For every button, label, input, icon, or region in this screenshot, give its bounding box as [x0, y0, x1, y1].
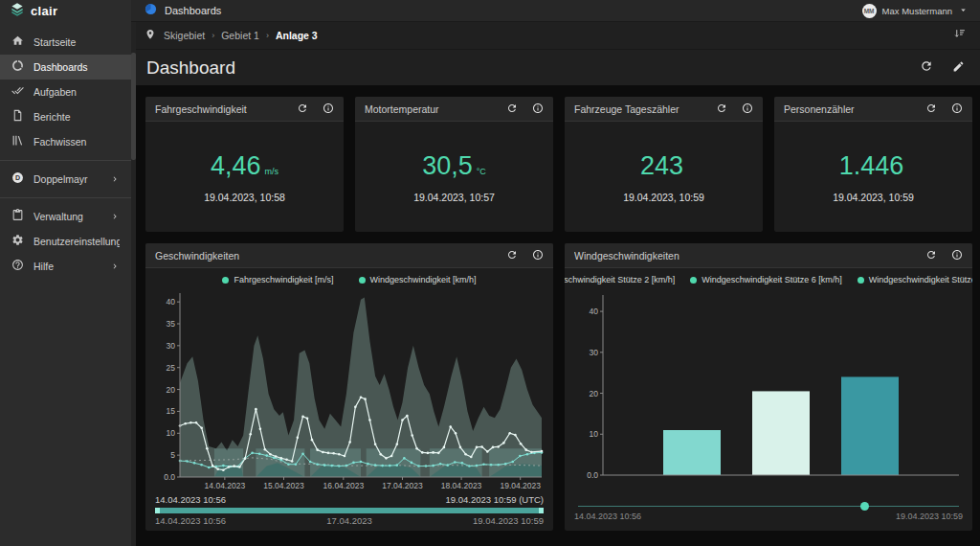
range-start: 14.04.2023 10:56 [155, 494, 226, 507]
sidebar-item-doppelmayr[interactable]: D Doppelmayr [0, 167, 131, 192]
topbar: Dashboards MM Max Mustermann [131, 0, 980, 22]
card-title: Fahrgeschwindigkeit [155, 103, 297, 115]
legend-dot-icon [359, 277, 366, 284]
stat-value: 1.446 [839, 151, 908, 181]
breadcrumb-item-current[interactable]: Anlage 3 [276, 30, 318, 41]
svg-text:25: 25 [167, 363, 176, 373]
info-icon[interactable] [951, 101, 963, 118]
legend-dot-icon [222, 277, 229, 284]
chart-range-row: 14.04.2023 10:56 19.04.2023 10:59 (UTC) [153, 494, 546, 507]
sidebar-item-fachwissen[interactable]: Fachwissen [0, 129, 131, 154]
refresh-icon[interactable] [925, 247, 937, 264]
brand-logo[interactable]: clair [0, 0, 131, 22]
sidebar-item-benutzereinstellungen[interactable]: Benutzereinstellungen [0, 229, 131, 254]
slider-labels: 14.04.2023 10:56 17.04.2023 19.04.2023 1… [153, 515, 546, 527]
stat-timestamp: 19.04.2023, 10:58 [204, 192, 285, 203]
stat-cards-row: Fahrgeschwindigkeit 4,46m/s 19.04.2023, … [145, 97, 972, 232]
sidebar-item-hilfe[interactable]: Hilfe [0, 254, 131, 279]
sidebar-item-startseite[interactable]: Startseite [0, 30, 131, 55]
info-icon[interactable] [951, 247, 963, 264]
page-title: Dashboard [146, 57, 235, 79]
info-icon[interactable] [742, 101, 753, 118]
stat-unit: °C [477, 167, 486, 176]
sidebar-item-berichte[interactable]: Berichte [0, 104, 131, 129]
svg-text:0.0: 0.0 [587, 470, 598, 480]
svg-text:40: 40 [167, 297, 176, 307]
svg-text:15: 15 [167, 406, 176, 416]
refresh-icon[interactable] [925, 101, 937, 118]
chart-footer: 14.04.2023 10:56 19.04.2023 10:59 [572, 512, 965, 523]
card-title: Fahrzeuge Tageszähler [574, 103, 716, 115]
slider-label-center: 17.04.2023 [326, 515, 372, 527]
double-check-icon [11, 83, 24, 101]
legend-item[interactable]: Windgeschwindigkeit Stütze 13 [km/h] [858, 275, 972, 284]
edit-pencil-icon[interactable] [952, 59, 965, 77]
stat-timestamp: 19.04.2023, 10:59 [833, 192, 914, 203]
geschwindigkeiten-chart[interactable]: 0.051015202530354014.04.202315.04.202316… [153, 287, 546, 494]
svg-text:10: 10 [590, 429, 599, 439]
breadcrumb-bar: Skigebiet › Gebiet 1 › Anlage 3 [131, 22, 980, 50]
sidebar-item-aufgaben[interactable]: Aufgaben [0, 80, 131, 104]
legend-item[interactable]: Windgeschwindigkeit Stütze 6 [km/h] [690, 275, 842, 284]
svg-text:14.04.2023: 14.04.2023 [205, 481, 246, 490]
nav-divider [0, 160, 131, 161]
refresh-icon[interactable] [297, 101, 308, 118]
windgeschwindigkeiten-chart[interactable]: 0.010203040 [572, 287, 965, 500]
legend-item[interactable]: Windgeschwindigkeit Stütze 2 [km/h] [565, 275, 675, 284]
clipboard-icon [11, 208, 24, 225]
info-icon[interactable] [532, 101, 544, 118]
gear-icon [11, 233, 24, 250]
slider-track [578, 506, 959, 507]
breadcrumb-separator: › [266, 31, 269, 40]
breadcrumb-item[interactable]: Skigebiet [164, 30, 205, 41]
page-header: Dashboard [131, 50, 980, 85]
legend-item[interactable]: Fahrgeschwindigkeit [m/s] [222, 275, 333, 284]
footer-end: 19.04.2023 10:59 [896, 512, 963, 523]
info-icon[interactable] [323, 101, 334, 118]
dashboard-content: Fahrgeschwindigkeit 4,46m/s 19.04.2023, … [131, 85, 980, 546]
chevron-right-icon [110, 258, 120, 275]
time-range-slider[interactable] [155, 508, 544, 513]
slider-label-right: 19.04.2023 10:59 [473, 515, 544, 527]
chart-legend: Windgeschwindigkeit Stütze 2 [km/h] Wind… [572, 272, 965, 287]
caret-down-icon [958, 2, 969, 19]
windgeschwindigkeiten-chart-card: Windgeschwindigkeiten Windgeschwindigkei… [565, 243, 972, 531]
slider-handle-left[interactable] [155, 508, 160, 513]
card-title: Personenzähler [784, 103, 925, 115]
sidebar-item-dashboards[interactable]: Dashboards [0, 55, 131, 80]
geschwindigkeiten-chart-card: Geschwindigkeiten Fahrgeschwindigkeit [m… [145, 243, 553, 531]
legend-item[interactable]: Windgeschwindigkeit [km/h] [359, 275, 477, 284]
svg-text:10: 10 [167, 428, 176, 438]
svg-text:0.0: 0.0 [164, 472, 175, 482]
stat-card-personenzaehler: Personenzähler 1.446 19.04.2023, 10:59 [774, 97, 972, 232]
user-name: Max Mustermann [882, 6, 952, 16]
bar-chart-slider[interactable] [578, 502, 959, 512]
content-scrollbar[interactable] [131, 22, 136, 546]
avatar: MM [862, 4, 877, 18]
breadcrumb-item[interactable]: Gebiet 1 [221, 30, 259, 41]
scrollbar-thumb[interactable] [131, 53, 136, 160]
refresh-icon[interactable] [716, 101, 727, 118]
refresh-icon[interactable] [506, 101, 518, 118]
svg-text:16.04.2023: 16.04.2023 [323, 481, 365, 490]
card-title: Windgeschwindigkeiten [574, 250, 925, 262]
breadcrumb: Skigebiet › Gebiet 1 › Anlage 3 [164, 30, 318, 41]
dashboards-section-icon [145, 2, 157, 19]
user-menu[interactable]: MM Max Mustermann [862, 2, 969, 19]
help-icon [11, 258, 24, 275]
legend-dot-icon [690, 277, 697, 284]
refresh-icon[interactable] [920, 59, 933, 77]
stat-value: 4,46m/s [211, 151, 278, 181]
sidebar-item-verwaltung[interactable]: Verwaltung [0, 204, 131, 229]
bar-slider-dot[interactable] [860, 502, 869, 511]
info-icon[interactable] [532, 247, 544, 264]
stat-card-motortemperatur: Motortemperatur 30,5°C 19.04.2023, 10:57 [355, 97, 553, 232]
slider-handle-right[interactable] [539, 508, 544, 513]
refresh-icon[interactable] [506, 247, 518, 264]
clair-layers-icon [10, 2, 25, 20]
sort-icon[interactable] [953, 27, 967, 44]
legend-dot-icon [858, 277, 864, 284]
main-area: Dashboards MM Max Mustermann Skigebiet ›… [131, 0, 980, 546]
card-title: Motortemperatur [365, 103, 506, 115]
nav-divider [0, 197, 131, 198]
